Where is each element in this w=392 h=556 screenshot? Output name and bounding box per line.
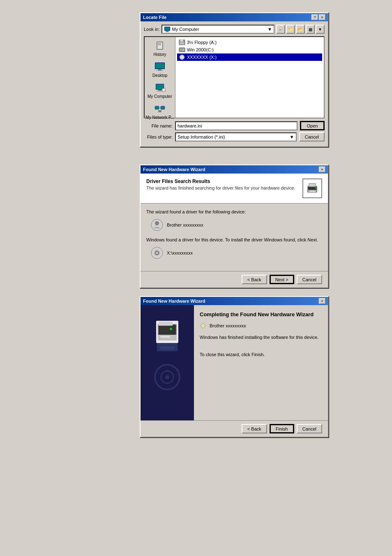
wizard-complete-install-msg: Windows has finished installing the soft… [200,335,322,340]
nav-desktop-label: Desktop [152,73,168,78]
my-computer-icon [154,82,166,93]
nav-history[interactable]: History [145,39,175,58]
look-in-value: My Computer [172,27,199,32]
drive-hdd-label: Win 2000(C:) [187,47,214,52]
wizard-middle-footer: < Back Next > Cancel [141,271,328,287]
cd-icon [179,54,185,60]
title-bar-buttons: ? × [311,14,325,20]
completing-device-row: Brother xxxxxxxxx [200,322,322,329]
device-name: Brother xxxxxxxxx [167,222,203,227]
drive-cd-label: XXXXXXX (X:) [187,55,217,60]
file-name-input[interactable] [175,121,297,130]
svg-rect-3 [165,32,169,32]
svg-rect-10 [155,63,164,69]
svg-rect-36 [309,183,316,187]
svg-rect-49 [160,346,174,350]
wizard-complete-title-btns: × [319,298,325,304]
wizard-complete-footer: < Back Finish Cancel [141,420,328,437]
driver-path: X:\xxxxxxxxx [167,250,193,255]
wizard-middle-title-btns: × [319,167,325,172]
hdd-icon [179,47,185,53]
svg-rect-8 [158,45,161,45]
svg-rect-15 [158,90,161,91]
new-folder-button[interactable]: 📂 [296,25,305,34]
wizard-middle-cancel-btn[interactable]: Cancel [297,275,322,284]
svg-rect-56 [159,322,173,326]
svg-point-39 [315,187,316,189]
look-in-dropdown[interactable]: My Computer ▼ [161,25,274,34]
nav-my-computer-label: My Computer [148,94,172,99]
drive-cd[interactable]: XXXXXXX (X:) [177,53,322,61]
my-network-icon [154,103,166,114]
wizard-complete-title: Found New Hardware Wizard [143,299,205,303]
wizard-complete-body: Completing the Found New Hardware Wizard… [141,305,328,420]
open-button[interactable]: Open [300,121,325,130]
view-button[interactable]: ▦ [306,25,315,34]
svg-point-44 [156,252,158,254]
device-row: Brother xxxxxxxxx [150,218,322,232]
wizard-middle-back-btn[interactable]: < Back [242,275,267,284]
wizard-middle-header-desc: The wizard has finished searching for dr… [146,185,295,190]
files-of-type-value: Setup Information (*.ini) [178,134,225,139]
wizard-complete-finish-btn[interactable]: Finish [270,424,294,433]
wizard-complete-back-btn[interactable]: < Back [242,424,267,433]
wizard-left-panel [141,305,194,420]
wizard-middle-body: The wizard found a driver for the follow… [141,204,328,271]
view-menu-button[interactable]: ▼ [316,25,325,34]
svg-rect-55 [159,325,176,335]
toolbar-buttons: ← 📁 📂 ▦ ▼ [276,25,325,34]
wizard-middle-header-text: Driver Files Search Results The wizard h… [146,178,295,190]
svg-rect-1 [165,27,170,30]
drive-hdd[interactable]: Win 2000(C:) [177,46,322,53]
help-button[interactable]: ? [311,14,318,20]
svg-rect-27 [180,42,184,44]
file-right-panel: 3½ Floppy (A:) Win 2000(C:) [175,37,324,118]
svg-point-41 [155,221,159,225]
svg-rect-26 [180,40,183,42]
completing-device-name: Brother xxxxxxxxx [210,323,246,328]
look-in-bar: Look in: My Computer ▼ ← 📁 📂 [144,25,325,34]
nav-desktop[interactable]: Desktop [145,60,175,79]
wizard-middle-header: Driver Files Search Results The wizard h… [141,174,328,204]
back-nav-button[interactable]: ← [276,25,285,34]
floppy-icon [179,39,185,45]
wizard-complete-titlebar: Found New Hardware Wizard × [141,297,328,305]
driver-row: X:\xxxxxxxxx [150,246,322,259]
wizard-middle-next-btn[interactable]: Next > [270,275,294,284]
drive-floppy[interactable]: 3½ Floppy (A:) [177,39,322,46]
drive-floppy-label: 3½ Floppy (A:) [187,40,217,45]
svg-point-52 [165,375,169,379]
wizard-complete-close-btn[interactable]: × [319,298,325,304]
file-name-label: File name: [144,123,173,128]
svg-point-33 [182,57,182,58]
files-of-type-label: Files of type: [144,134,173,139]
left-nav-panel: History Desktop [145,37,175,118]
wizard-found-msg: The wizard found a driver for the follow… [146,209,322,214]
wizard-complete-header-title: Completing the Found New Hardware Wizard [200,311,322,318]
files-of-type-dropdown[interactable]: Setup Information (*.ini) ▼ [175,132,297,141]
locate-file-dialog: Locate File ? × Look in: My Computer [140,12,329,147]
wizard-complete-cancel-btn[interactable]: Cancel [297,424,322,433]
up-button[interactable]: 📁 [286,25,295,34]
wizard-printer-icon [304,180,321,197]
svg-rect-6 [158,43,161,44]
svg-rect-22 [161,107,164,109]
wizard-complete-dialog: Found New Hardware Wizard × [140,296,329,438]
nav-my-computer[interactable]: My Computer [145,81,175,100]
svg-rect-38 [310,191,315,192]
desktop-icon [154,61,166,72]
wizard-middle-header-title: Driver Files Search Results [146,178,295,184]
svg-rect-58 [160,336,170,338]
wizard-install-msg: Windows found a driver for this device. … [146,237,322,242]
locate-file-titlebar: Locate File ? × [141,13,328,21]
history-icon [154,40,166,51]
locate-file-content: Look in: My Computer ▼ ← 📁 📂 [141,21,328,146]
close-button[interactable]: × [319,14,325,20]
nav-my-network[interactable]: My Network P... [145,102,175,121]
locate-cancel-button[interactable]: Cancel [299,132,325,141]
svg-rect-7 [158,44,161,44]
wizard-middle-titlebar: Found New Hardware Wizard × [141,165,328,174]
svg-point-59 [170,328,172,330]
wizard-middle-close-btn[interactable]: × [319,167,325,172]
svg-rect-24 [158,110,161,112]
